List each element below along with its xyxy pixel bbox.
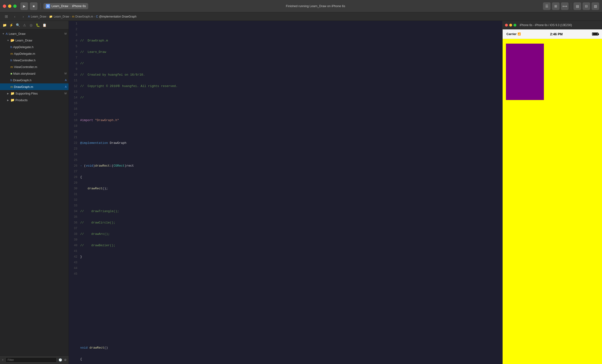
file-h-icon-1: h <box>11 45 12 49</box>
line-num-37: 37 <box>71 226 77 231</box>
editor-content[interactable]: 1 2 3 4 5 6 7 8 9 10 11 12 13 14 15 16 1… <box>69 21 502 364</box>
sidebar-search-icon[interactable]: 🔍 <box>15 22 20 28</box>
sidebar-bottom-bar: + 🕐 ⚙ <box>0 355 69 364</box>
code-area[interactable]: // DrawGraph.m // Learn_Draw // // Creat… <box>80 21 502 364</box>
line-num-21: 21 <box>71 135 77 140</box>
line-num-1: 1 <box>71 21 77 27</box>
tree-arrow-project: ▼ <box>2 32 5 35</box>
breadcrumb-file[interactable]: m DrawGraph.m <box>72 15 93 18</box>
code-line-24 <box>80 288 499 294</box>
code-line-22 <box>80 265 499 271</box>
code-line-23 <box>80 277 499 282</box>
navigator-toggle-icon[interactable]: ▤ <box>573 2 581 10</box>
drawgraph-m-badge: A <box>65 85 67 88</box>
code-line-30: { <box>80 356 499 362</box>
breadcrumb-back-icon[interactable]: ‹ <box>11 13 19 20</box>
sim-minimize-light[interactable] <box>509 24 512 27</box>
tree-arrow-group: ▼ <box>7 39 10 42</box>
breadcrumb-bar: ⊞ ‹ › A Learn_Draw › 📁 Learn_Draw › m Dr… <box>0 12 602 21</box>
breadcrumb-group[interactable]: 📁 Learn_Draw <box>49 15 69 18</box>
line-num-43: 43 <box>71 260 77 265</box>
file-label-drawgraph-m: DrawGraph.m <box>14 85 33 89</box>
sim-traffic-lights <box>505 24 516 27</box>
maximize-button[interactable] <box>13 4 17 8</box>
sidebar-folder-icon[interactable]: 📁 <box>2 22 7 28</box>
carrier-label: Carrier <box>506 32 516 36</box>
sidebar-item-group[interactable]: ▼ 📂 Learn_Draw <box>0 37 69 44</box>
code-line-5: // Created by huangfei on 16/9/10. <box>80 72 499 78</box>
storyboard-icon: ■ <box>11 72 12 75</box>
filter-clock-icon[interactable]: 🕐 <box>59 358 62 362</box>
tree-arrow-products: ▶ <box>7 99 10 101</box>
stop-button[interactable]: ■ <box>30 2 37 10</box>
sidebar-item-supporting-files[interactable]: ▶ 📁 Supporting Files M <box>0 90 69 97</box>
line-num-12: 12 <box>71 83 77 89</box>
battery-fill <box>593 33 598 35</box>
code-editor[interactable]: 1 2 3 4 5 6 7 8 9 10 11 12 13 14 15 16 1… <box>69 21 502 364</box>
sidebar-report-icon[interactable]: 📋 <box>42 22 47 28</box>
add-file-button[interactable]: + <box>2 358 4 362</box>
sidebar-item-main-storyboard[interactable]: ■ Main.storyboard M <box>0 70 69 77</box>
sidebar-item-drawgraph-m[interactable]: m DrawGraph.m A <box>0 83 69 90</box>
line-num-3: 3 <box>71 32 77 38</box>
scheme-selector-icon[interactable]: ▶ <box>20 2 28 10</box>
sidebar-item-viewcontroller-h[interactable]: h ViewController.h <box>0 57 69 63</box>
filter-input[interactable] <box>5 357 57 363</box>
code-line-20: // drawBezier(); <box>80 243 499 248</box>
supporting-folder-icon: 📁 <box>11 92 14 95</box>
line-num-4: 4 <box>71 38 77 44</box>
project-root-label: Learn_Draw <box>9 32 26 36</box>
minimize-button[interactable] <box>8 4 11 8</box>
breadcrumb-project[interactable]: A Learn_Draw <box>28 15 46 18</box>
line-num-38: 38 <box>71 231 77 237</box>
code-line-2: // DrawGraph.m <box>80 38 499 44</box>
sidebar-source-icon[interactable]: ⚡ <box>9 22 14 28</box>
editor-standard-icon[interactable]: ☰ <box>543 2 550 10</box>
sidebar-debug-icon[interactable]: 🐛 <box>35 22 40 28</box>
sim-expand-light[interactable] <box>514 24 516 27</box>
editor-assistant-icon[interactable]: ⊞ <box>552 2 559 10</box>
sim-close-light[interactable] <box>505 24 508 27</box>
gear-icon: ⚙ <box>64 358 67 362</box>
utilities-toggle-icon[interactable]: ▧ <box>591 2 599 10</box>
file-m-icon-1: m <box>11 52 13 55</box>
line-num-35: 35 <box>71 214 77 220</box>
breadcrumb-symbol[interactable]: C @implementation DrawGraph <box>96 15 136 18</box>
wifi-icon: 📶 <box>517 32 521 36</box>
sidebar-item-project-root[interactable]: ▼ A Learn_Draw M <box>0 30 69 37</box>
sidebar-warning-icon[interactable]: ⚠ <box>22 22 27 28</box>
sidebar-test-icon[interactable]: ◎ <box>29 22 34 28</box>
build-status: Finished running Learn_Draw on iPhone 6s <box>90 4 541 8</box>
editor-version-icon[interactable]: ⟺ <box>561 2 569 10</box>
simulator-toolbar: iPhone 6s - iPhone 6s / iOS 9.3 (13E230) <box>503 21 602 29</box>
line-num-17: 17 <box>71 112 77 117</box>
project-file-icon: A <box>28 15 30 18</box>
line-num-34: 34 <box>71 208 77 214</box>
file-label-drawgraph-h: DrawGraph.h <box>13 78 31 82</box>
sidebar-item-appdelegate-m[interactable]: m AppDelegate.m <box>0 50 69 57</box>
sidebar-item-products[interactable]: ▶ 📁 Products <box>0 97 69 103</box>
line-num-39: 39 <box>71 237 77 243</box>
close-button[interactable] <box>3 4 6 8</box>
drawgraph-h-badge: A <box>65 79 67 82</box>
editor-grid-view-icon[interactable]: ⊞ <box>2 13 10 20</box>
code-line-14: { <box>80 174 499 180</box>
breadcrumb-sep-2: › <box>70 15 71 18</box>
sidebar-item-viewcontroller-m[interactable]: m ViewController.m <box>0 63 69 70</box>
sidebar-item-appdelegate-h[interactable]: h AppDelegate.h <box>0 44 69 50</box>
sidebar-toolbar: 📁 ⚡ 🔍 ⚠ ◎ 🐛 📋 <box>0 21 69 29</box>
line-num-6: 6 <box>71 49 77 55</box>
line-num-45: 45 <box>71 271 77 277</box>
sim-time: 2:46 PM <box>550 32 563 36</box>
file-h-icon-3: h <box>11 78 12 82</box>
code-line-15: drawRect(); <box>80 186 499 191</box>
code-line-21: } <box>80 254 499 260</box>
top-toolbar: ▶ ■ A Learn_Draw › iPhone 6s Finished ru… <box>0 0 602 12</box>
simulator-status-bar: Carrier 📶 2:46 PM <box>503 29 602 39</box>
line-num-16: 16 <box>71 106 77 112</box>
project-selector[interactable]: A Learn_Draw › iPhone 6s <box>43 3 88 9</box>
filter-settings-icon[interactable]: ⚙ <box>64 358 67 362</box>
sidebar-item-drawgraph-h[interactable]: h DrawGraph.h A <box>0 77 69 83</box>
debug-area-toggle-icon[interactable]: ⊟ <box>582 2 590 10</box>
breadcrumb-forward-icon[interactable]: › <box>20 13 27 20</box>
